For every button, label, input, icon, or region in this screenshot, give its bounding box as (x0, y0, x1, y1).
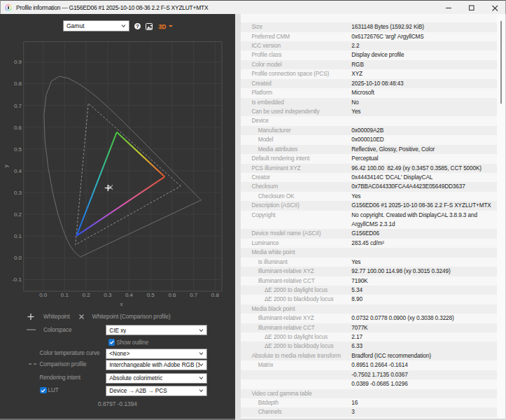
svg-text:0.4: 0.4 (125, 292, 134, 298)
svg-text:0.6: 0.6 (168, 292, 176, 298)
svg-text:y: y (3, 164, 9, 167)
svg-text:0.9: 0.9 (14, 59, 22, 65)
svg-text:0.8: 0.8 (14, 80, 22, 87)
svg-text:0.4: 0.4 (14, 168, 22, 174)
svg-text:x: x (120, 301, 123, 307)
svg-text:0.2: 0.2 (83, 292, 91, 298)
svg-text:0.7: 0.7 (190, 292, 198, 298)
svg-text:0.3: 0.3 (104, 292, 112, 298)
svg-text:0.5: 0.5 (14, 146, 22, 153)
svg-text:0.3: 0.3 (14, 190, 22, 196)
svg-text:0.7: 0.7 (14, 103, 22, 109)
svg-text:0.8: 0.8 (211, 292, 220, 298)
svg-text:0.0: 0.0 (39, 292, 48, 298)
svg-text:0.5: 0.5 (147, 292, 155, 298)
svg-text:-0.1: -0.1 (12, 276, 22, 283)
svg-text:0.1: 0.1 (61, 292, 69, 298)
svg-text:0.2: 0.2 (14, 211, 22, 218)
svg-text:0.0: 0.0 (14, 255, 22, 261)
svg-text:0.6: 0.6 (14, 125, 22, 131)
svg-text:0.1: 0.1 (14, 233, 22, 239)
